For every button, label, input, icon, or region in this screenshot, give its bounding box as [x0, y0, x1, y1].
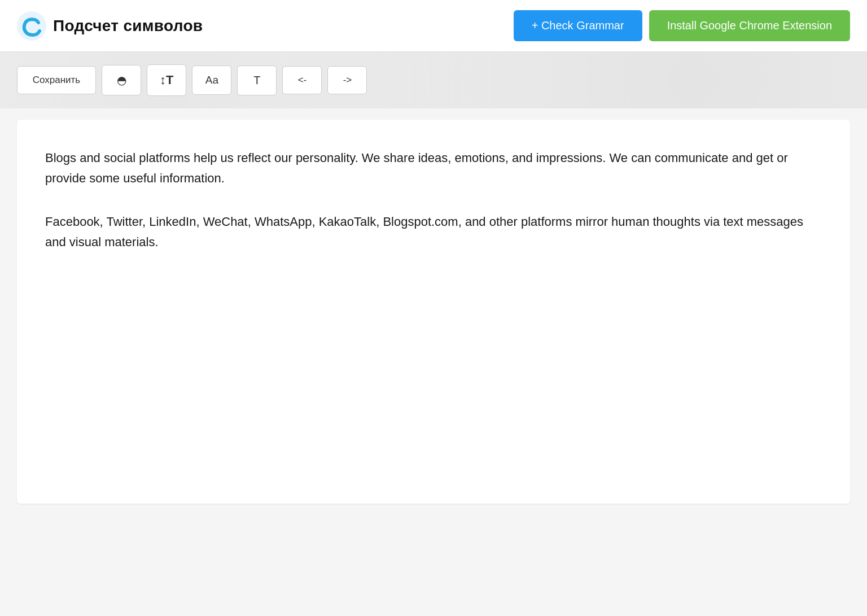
save-button[interactable]: Сохранить [17, 66, 96, 94]
logo-area: Подсчет символов [17, 11, 502, 41]
font-size-icon: ↕T [160, 73, 173, 88]
toolbar: Сохранить ◓ ↕T Aa T <- -> [0, 52, 867, 108]
indent-left-button[interactable]: <- [282, 66, 322, 94]
text-icon: T [253, 74, 260, 87]
app-title: Подсчет символов [53, 17, 203, 35]
main-content: Blogs and social platforms help us refle… [17, 120, 850, 504]
aa-button[interactable]: Aa [192, 65, 231, 95]
paragraph-2: Facebook, Twitter, LinkedIn, WeChat, Wha… [45, 212, 822, 253]
eraser-icon: ◓ [117, 73, 126, 87]
eraser-button[interactable]: ◓ [102, 65, 141, 95]
install-extension-button[interactable]: Install Google Chrome Extension [649, 10, 850, 41]
app-logo-icon [17, 11, 46, 41]
right-arrow-icon: -> [343, 75, 352, 86]
indent-right-button[interactable]: -> [327, 66, 367, 94]
header: Подсчет символов + Check Grammar Install… [0, 0, 867, 52]
font-size-button[interactable]: ↕T [147, 64, 186, 96]
header-buttons: + Check Grammar Install Google Chrome Ex… [514, 10, 850, 41]
text-format-button[interactable]: T [237, 65, 277, 95]
paragraph-1: Blogs and social platforms help us refle… [45, 148, 822, 189]
left-arrow-icon: <- [298, 75, 307, 86]
check-grammar-button[interactable]: + Check Grammar [514, 10, 642, 41]
aa-icon: Aa [205, 74, 218, 86]
